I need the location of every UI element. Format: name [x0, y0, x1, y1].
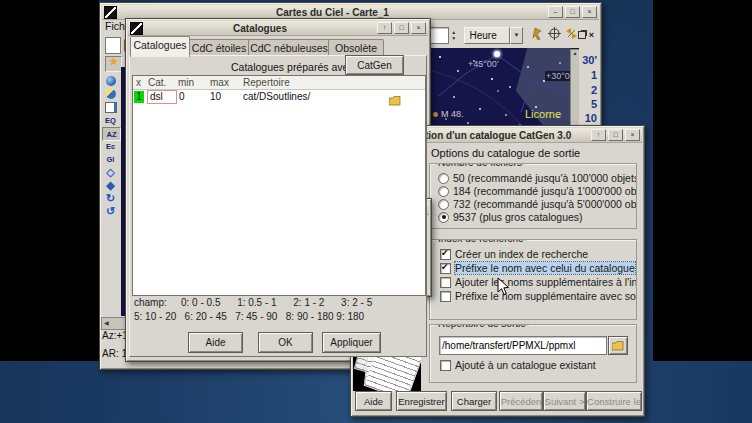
- col-header-repertoire[interactable]: Repertoire: [243, 77, 290, 88]
- dock-close-icon[interactable]: ×: [589, 30, 594, 40]
- radio-icon[interactable]: [438, 186, 449, 197]
- row-active-marker[interactable]: 1: [134, 91, 144, 103]
- tab-catalogues[interactable]: Catalogues: [130, 36, 190, 57]
- output-path-input[interactable]: [439, 336, 607, 355]
- chart-config-icon[interactable]: [102, 101, 119, 113]
- list-header-row: x Cat. min max Repertoire: [133, 76, 425, 90]
- combo-arrow-icon[interactable]: ▼: [510, 27, 523, 44]
- col-header-max[interactable]: max: [210, 77, 229, 88]
- close-button[interactable]: ×: [625, 129, 640, 141]
- build-catalogue-button[interactable]: Construire le: [586, 391, 642, 411]
- coord-gl-button[interactable]: Gl: [102, 153, 119, 165]
- fov-button[interactable]: 1: [579, 69, 597, 81]
- champ-line1: 0: 0 - 0.5 1: 0.5 - 1 2: 1 - 2 3: 2 - 5: [181, 297, 423, 308]
- mouse-cursor: [497, 277, 510, 296]
- star-tool-icon[interactable]: [105, 56, 122, 72]
- next-button[interactable]: Suivant >: [543, 391, 586, 411]
- fov-button[interactable]: 10: [579, 112, 597, 124]
- center-target-icon[interactable]: [548, 26, 561, 44]
- spin-down-icon[interactable]: ▼: [450, 35, 457, 41]
- help-button[interactable]: Aide: [355, 391, 392, 411]
- save-button[interactable]: Enregistrer: [396, 391, 447, 411]
- time-toolbar: ▲ ▼ Heure ▼ ×: [420, 22, 598, 49]
- apply-button[interactable]: Appliquer: [322, 332, 381, 353]
- catgen-button[interactable]: CatGen: [345, 55, 404, 75]
- fov-button[interactable]: 5: [579, 98, 597, 110]
- close-button[interactable]: ×: [411, 22, 426, 34]
- col-header-min[interactable]: min: [178, 77, 194, 88]
- champ-label: champ:: [134, 297, 167, 308]
- maximize-button[interactable]: □: [608, 129, 623, 141]
- checkbox-create-index[interactable]: Créer un index de recherche: [440, 248, 588, 260]
- new-document-icon[interactable]: [105, 37, 121, 54]
- time-sync-icon[interactable]: [565, 26, 578, 44]
- index-groupbox: Index de recherche Créer un index de rec…: [429, 239, 637, 320]
- radio-files-732[interactable]: 732 (recommandé jusqu'à 5'000'000 obje: [438, 198, 637, 210]
- diamond-outline-icon[interactable]: ◇: [102, 166, 119, 178]
- browse-folder-button[interactable]: [608, 336, 628, 355]
- coord-az-button[interactable]: AZ: [102, 127, 121, 141]
- row-folder-icon[interactable]: [389, 92, 401, 110]
- radio-files-9537[interactable]: 9537 (plus gros catalogues): [438, 211, 583, 223]
- col-header-x[interactable]: x: [136, 77, 141, 88]
- fov-button[interactable]: 30': [579, 54, 597, 66]
- main-window-title: Cartes du Ciel - Carte_1: [117, 7, 548, 18]
- app-icon: [104, 6, 117, 19]
- previous-button[interactable]: Précéden: [499, 391, 543, 411]
- rotate-ccw-icon[interactable]: ↺: [102, 205, 119, 217]
- checkbox-icon[interactable]: [440, 277, 451, 288]
- close-button[interactable]: ×: [582, 6, 597, 18]
- minimize-button[interactable]: –: [548, 6, 563, 18]
- help-button[interactable]: Aide: [188, 332, 243, 353]
- checkbox-icon[interactable]: [440, 249, 451, 260]
- checkbox-prefix-extra-label[interactable]: Préfixe le nom supplémentaire avec son l…: [440, 290, 637, 302]
- radio-files-184[interactable]: 184 (recommandé jusqu'à 1'000'000 obje: [438, 185, 637, 197]
- rotate-cw-icon[interactable]: ↻: [102, 192, 119, 204]
- index-group-legend: Index de recherche: [435, 239, 527, 244]
- checkbox-append-existing[interactable]: Ajouté à un catalogue existant: [440, 359, 596, 371]
- radio-icon[interactable]: [438, 199, 449, 210]
- maximize-button[interactable]: □: [565, 6, 580, 18]
- app-icon: [130, 22, 143, 35]
- ok-button[interactable]: OK: [258, 332, 313, 353]
- time-now-icon[interactable]: [531, 26, 544, 44]
- fov-button[interactable]: 2: [579, 84, 597, 96]
- row-repertoire: cat/DSoutlines/: [243, 91, 310, 102]
- maximize-button[interactable]: □: [394, 22, 409, 34]
- checkbox-prefix-name[interactable]: Préfixe le nom avec celui du catalogue: [440, 262, 635, 274]
- radio-files-50[interactable]: 50 (recommandé jusqu'à 100'000 objets: [438, 172, 637, 184]
- constellation-label: Licorne: [525, 108, 561, 120]
- declination-label-45: +45°00': [468, 59, 499, 69]
- time-unit-combo[interactable]: Heure: [464, 27, 510, 44]
- checkbox-add-extra-names[interactable]: Ajouter les noms supplémentaires à l'ind…: [440, 276, 637, 288]
- catalogue-short-name-editor[interactable]: dsl: [147, 90, 177, 104]
- status-azimuth: Az:+1: [102, 330, 128, 341]
- row-min: 0: [179, 91, 185, 102]
- catalogues-titlebar[interactable]: Catalogues ↑ □ ×: [128, 21, 428, 36]
- checkbox-icon[interactable]: [440, 360, 451, 371]
- coord-ec-button[interactable]: Ec: [102, 140, 119, 152]
- radio-icon[interactable]: [438, 212, 449, 223]
- time-step-spinner[interactable]: ▲ ▼: [450, 29, 457, 41]
- catalogues-dialog: Catalogues ↑ □ × Catalogues CdC étoiles …: [125, 18, 431, 362]
- shade-button[interactable]: ↑: [377, 22, 392, 34]
- scroll-up-icon[interactable]: ▲: [571, 50, 579, 56]
- dock-float-icon[interactable]: [578, 31, 586, 39]
- col-header-cat[interactable]: Cat.: [148, 77, 166, 88]
- load-button[interactable]: Charger: [451, 391, 497, 411]
- output-group-legend: Répertoire de sortie: [435, 324, 529, 329]
- table-row[interactable]: 1 dsl 0 10 cat/DSoutlines/: [133, 90, 425, 105]
- earth-icon[interactable]: [102, 88, 119, 100]
- row-max: 10: [210, 91, 221, 102]
- scroll-left-icon[interactable]: ◀: [102, 318, 109, 329]
- diamond-filled-icon[interactable]: ◆: [102, 179, 119, 191]
- checkbox-icon[interactable]: [440, 291, 451, 302]
- catalogue-list[interactable]: x Cat. min max Repertoire 1 dsl 0 10 cat…: [132, 75, 426, 296]
- coord-eq-button[interactable]: EQ: [102, 114, 119, 126]
- prepared-with-label: Catalogues préparés avec: [231, 61, 354, 73]
- radio-icon[interactable]: [438, 173, 449, 184]
- planet-icon[interactable]: [102, 75, 119, 87]
- shade-button[interactable]: ↑: [591, 129, 606, 141]
- checkbox-icon[interactable]: [440, 263, 451, 274]
- section-title: Options du catalogue de sortie: [431, 147, 580, 159]
